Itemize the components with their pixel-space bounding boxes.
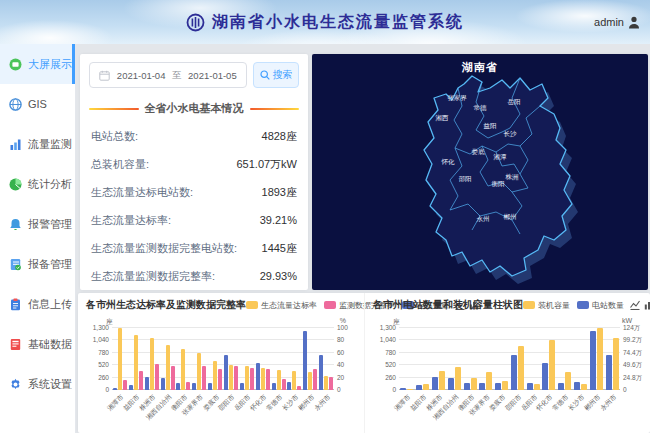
map-label: 永州 [477, 215, 490, 222]
stat-label: 生态流量监测数据完整率: [91, 269, 215, 284]
bar [166, 345, 170, 390]
left-tick-label: 0 [84, 386, 112, 393]
bar [590, 331, 596, 390]
chart-plot[interactable]: 0026024.8万52049.6万78074.4万1,04099.2万1,30… [399, 328, 620, 390]
bar [176, 383, 180, 390]
bar [197, 353, 201, 390]
document-check-icon [9, 258, 22, 271]
bar-group [207, 328, 223, 390]
map-label: 益阳 [484, 122, 497, 130]
legend-item[interactable]: 电站数量 [577, 300, 624, 311]
sidebar-item-upload[interactable]: 信息上传 [0, 284, 75, 324]
right-tick-label: 100 [334, 324, 364, 331]
left-tick-label: 260 [84, 374, 112, 381]
bar [123, 380, 127, 390]
legend-swatch [577, 301, 589, 309]
sidebar-item-report[interactable]: 报备管理 [0, 244, 75, 284]
bar [303, 331, 307, 390]
bar [224, 355, 228, 390]
left-tick-label: 520 [371, 361, 399, 368]
bar-chart-icon [9, 138, 22, 151]
bar-group [175, 328, 191, 390]
sidebar-item-flow-monitor[interactable]: 流量监测 [0, 124, 75, 164]
bar-group [525, 328, 541, 390]
bar [308, 372, 312, 390]
stat-label: 总装机容量: [91, 157, 149, 172]
legend-label: 电站数量 [592, 300, 624, 311]
line-chart-toggle-icon[interactable] [630, 300, 640, 310]
x-axis-labels: 湘潭市益阳市株洲市湘西自治州衡阳市张家界市娄底市邵阳市岳阳市怀化市常德市长沙市郴… [112, 390, 334, 416]
sidebar-item-gis[interactable]: GIS [0, 84, 75, 124]
sidebar-item-statistics[interactable]: 统计分析 [0, 164, 75, 204]
x-axis-labels: 湘潭市益阳市株洲市湘西自治州衡阳市张家界市娄底市邵阳市岳阳市怀化市常德市长沙市郴… [399, 390, 620, 416]
sidebar-item-alarm[interactable]: 报警管理 [0, 204, 75, 244]
right-tick-label: 124万 [620, 324, 650, 331]
chart-plot[interactable]: 002602052040780601,040801,300100 [112, 328, 334, 390]
bar-group [431, 328, 447, 390]
bar-group [604, 328, 620, 390]
legend-label: 生态流量达标率 [261, 300, 317, 311]
stat-label: 生态流量监测数据完整电站数: [91, 241, 237, 256]
right-tick-label: 99.2万 [620, 336, 650, 343]
sidebar-item-settings[interactable]: 系统设置 [0, 364, 75, 404]
bar-group [446, 328, 462, 390]
bar [218, 369, 222, 390]
stat-value: 4828座 [262, 129, 297, 144]
stat-label: 生态流量达标率: [91, 213, 171, 228]
chart-title: 各市州生态达标率及监测数据完整率 [86, 298, 246, 312]
bar [549, 340, 555, 390]
bar-group [494, 328, 510, 390]
left-tick-label: 520 [84, 361, 112, 368]
stat-value: 1445座 [262, 241, 297, 256]
bar [272, 383, 276, 390]
bar-group [541, 328, 557, 390]
chart-compliance: 各市州生态达标率及监测数据完整率 生态流量达标率监测数据完整率电站数量 座 % … [78, 293, 364, 433]
right-axis-unit: kW [622, 317, 632, 324]
search-button[interactable]: 搜索 [253, 62, 299, 88]
left-tick-label: 0 [371, 386, 399, 393]
stat-row: 电站总数: 4828座 [89, 122, 299, 150]
hunan-map[interactable]: 张家界常德岳阳湘西益阳长沙娄底湘潭怀化邵阳株洲衡阳永州郴州 [312, 54, 648, 290]
map-label: 长沙 [504, 130, 518, 138]
bar-group [271, 328, 287, 390]
stat-row: 生态流量达标电站数: 1893座 [89, 178, 299, 206]
bar [479, 383, 485, 390]
bar [213, 361, 217, 390]
date-separator: 至 [172, 69, 182, 82]
legend-item[interactable]: 装机容量 [523, 300, 570, 311]
bar [171, 366, 175, 390]
bar-group [478, 328, 494, 390]
map-label: 郴州 [504, 213, 517, 220]
legend-item[interactable]: 生态流量达标率 [246, 300, 317, 311]
map-label: 岳阳 [508, 98, 521, 106]
bar [455, 367, 461, 390]
x-axis-cell: 永州市 [318, 390, 334, 416]
bar-chart-toggle-icon[interactable] [644, 300, 650, 310]
stat-row: 生态流量监测数据完整电站数: 1445座 [89, 234, 299, 262]
overview-panel: 2021-01-04 至 2021-01-05 搜索 全省小水电基本情况 电站总… [80, 54, 308, 290]
bar-group [399, 328, 415, 390]
stat-row: 生态流量达标率: 39.21% [89, 206, 299, 234]
bar-group [557, 328, 573, 390]
sidebar-item-base-data[interactable]: 基础数据 [0, 324, 75, 364]
bar [606, 355, 612, 390]
bar [597, 328, 603, 390]
logo-icon [186, 13, 205, 32]
legend-swatch [246, 301, 258, 309]
map-label: 湘西 [436, 114, 450, 122]
clipboard-icon [9, 298, 22, 311]
bar [486, 372, 492, 390]
bar [319, 355, 323, 390]
x-axis-label: 湘潭市 [393, 393, 413, 413]
bar [134, 335, 138, 390]
end-date-value: 2021-01-05 [188, 70, 237, 81]
right-tick-label: 74.4万 [620, 349, 650, 356]
bar [161, 378, 165, 390]
sidebar-item-dashboard[interactable]: 大屏展示 [0, 44, 75, 84]
right-axis-unit: % [340, 317, 346, 324]
bar [277, 370, 281, 390]
user-menu[interactable]: admin [594, 0, 640, 44]
date-range-input[interactable]: 2021-01-04 至 2021-01-05 [89, 62, 247, 88]
bar [234, 366, 238, 390]
bar-group [286, 328, 302, 390]
